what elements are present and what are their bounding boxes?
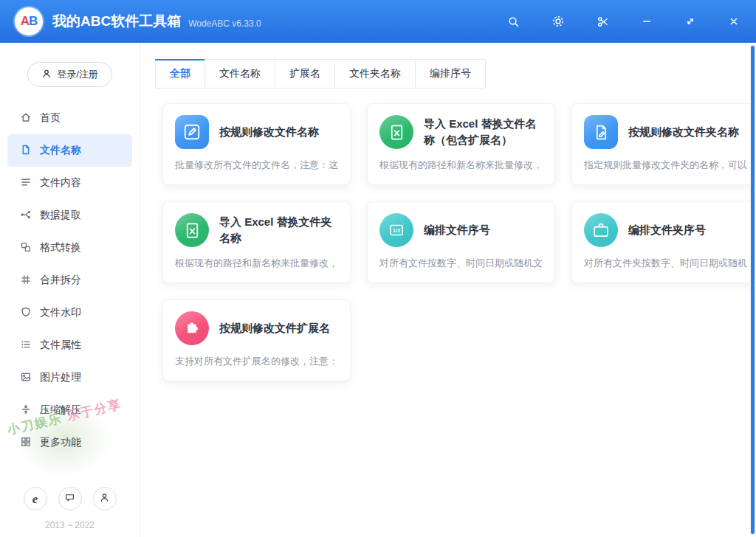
card-number-files[interactable]: 1/2 编排文件序号 对所有文件按数字、时间日期或随机文	[367, 201, 555, 283]
card-title: 按规则修改文件名称	[219, 124, 319, 140]
sidebar-item-label: 数据提取	[40, 209, 81, 222]
tool-cards-grid: 按规则修改文件名称 批量修改所有文件的文件名，注意：这 导入 Excel 替换文…	[162, 103, 724, 381]
close-button[interactable]	[726, 14, 741, 29]
minimize-icon	[641, 15, 653, 27]
card-title: 导入 Excel 替换文件夹名称	[219, 214, 338, 246]
person-icon	[99, 492, 110, 505]
sidebar-item-format-convert[interactable]: 格式转换	[7, 232, 132, 264]
data-extract-icon	[20, 209, 32, 223]
card-description: 对所有文件按数字、时间日期或随机文	[379, 257, 543, 270]
resize-icon	[684, 15, 696, 27]
sidebar-item-file-attributes[interactable]: 文件属性	[7, 329, 132, 361]
card-excel-replace-folder-names[interactable]: 导入 Excel 替换文件夹名称 根据现有的路径和新名称来批量修改，	[162, 201, 351, 283]
sidebar-item-image-process[interactable]: 图片处理	[7, 361, 132, 394]
logo-letter-a: A	[21, 14, 29, 29]
sidebar-bottom-actions: e	[0, 487, 140, 510]
copyright-text: 2013 ~ 2022	[0, 520, 140, 530]
settings-button[interactable]	[550, 13, 566, 30]
app-title: 我的ABC软件工具箱	[52, 12, 181, 31]
card-description: 对所有文件夹按数字、时间日期或随机	[584, 257, 747, 270]
login-register-label: 登录/注册	[57, 68, 98, 81]
file-content-icon	[20, 176, 32, 190]
search-button[interactable]	[506, 14, 521, 30]
titlebar: AB 我的ABC软件工具箱 WodeABC v6.33.0	[0, 0, 756, 43]
card-rename-folders[interactable]: 按规则修改文件夹名称 指定规则批量修改文件夹的名称，可以	[571, 103, 756, 185]
svg-text:1/2: 1/2	[393, 227, 401, 234]
sidebar-item-label: 压缩解压	[40, 403, 81, 417]
sidebar-item-home[interactable]: 首页	[7, 102, 132, 134]
card-title: 导入 Excel 替换文件名称（包含扩展名）	[424, 116, 543, 148]
merge-split-icon	[20, 274, 32, 288]
sidebar-item-label: 更多功能	[40, 436, 81, 449]
home-icon	[20, 111, 32, 125]
sidebar-item-label: 文件名称	[40, 144, 81, 157]
puzzle-icon	[175, 311, 209, 345]
tab-numbering[interactable]: 编排序号	[415, 59, 486, 89]
watermark-icon	[20, 306, 32, 320]
close-icon	[728, 15, 740, 27]
scrollbar-track[interactable]	[750, 44, 755, 536]
user-icon	[41, 69, 52, 81]
browser-link-button[interactable]: e	[24, 487, 47, 510]
compress-icon	[20, 403, 32, 418]
card-description: 根据现有的路径和新名称来批量修改，	[379, 159, 543, 172]
screenshot-button[interactable]	[595, 14, 611, 30]
sidebar-item-data-extract[interactable]: 数据提取	[7, 199, 132, 232]
sidebar-item-merge-split[interactable]: 合并拆分	[7, 264, 132, 297]
card-description: 指定规则批量修改文件夹的名称，可以	[584, 159, 747, 172]
sidebar-item-label: 首页	[40, 111, 61, 125]
more-features-icon	[20, 436, 32, 450]
titlebar-actions	[506, 13, 741, 30]
scissors-icon	[597, 15, 609, 28]
minimize-button[interactable]	[639, 14, 654, 29]
sidebar-item-label: 格式转换	[40, 241, 81, 254]
scrollbar-thumb[interactable]	[751, 46, 755, 534]
main-content: 全部 文件名称 扩展名 文件夹名称 编排序号 按规则修改文件名称 批量修改所有文…	[140, 43, 756, 537]
format-convert-icon	[20, 241, 32, 255]
card-title: 按规则修改文件夹名称	[628, 124, 739, 140]
card-excel-replace-file-names[interactable]: 导入 Excel 替换文件名称（包含扩展名） 根据现有的路径和新名称来批量修改，	[367, 103, 555, 185]
browser-icon: e	[32, 493, 38, 505]
excel-swap-icon	[175, 213, 209, 247]
sidebar-item-label: 文件水印	[40, 306, 81, 319]
tab-extensions[interactable]: 扩展名	[275, 59, 335, 89]
sidebar-item-label: 合并拆分	[40, 274, 81, 287]
file-attributes-icon	[20, 339, 32, 353]
card-description: 批量修改所有文件的文件名，注意：这	[175, 159, 338, 172]
sidebar-item-file-content[interactable]: 文件内容	[7, 167, 132, 199]
maximize-button[interactable]	[683, 14, 698, 29]
edit-folder-icon	[584, 115, 618, 149]
share-button[interactable]	[93, 487, 117, 510]
tab-file-names[interactable]: 文件名称	[205, 59, 275, 89]
card-title: 编排文件序号	[424, 222, 490, 238]
category-tabs: 全部 文件名称 扩展名 文件夹名称 编排序号	[155, 59, 756, 89]
card-description: 支持对所有文件扩展名的修改，注意：	[175, 355, 338, 368]
image-process-icon	[20, 371, 32, 385]
app-version: WodeABC v6.33.0	[188, 18, 261, 29]
sidebar-item-label: 文件内容	[40, 176, 81, 190]
sidebar-item-label: 文件属性	[40, 339, 81, 352]
feedback-button[interactable]	[58, 487, 82, 510]
tab-folder-names[interactable]: 文件夹名称	[334, 59, 416, 89]
file-name-icon	[20, 144, 32, 158]
sidebar-menu: 首页 文件名称 文件内容 数据提取 格式转换 合并拆分	[0, 102, 140, 459]
card-title: 按规则修改文件扩展名	[219, 320, 330, 336]
card-number-folders[interactable]: 编排文件夹序号 对所有文件夹按数字、时间日期或随机	[571, 201, 756, 283]
sidebar: 登录/注册 首页 文件名称 文件内容 数据提取 格式转换	[0, 43, 140, 537]
login-register-button[interactable]: 登录/注册	[27, 62, 112, 87]
sidebar-item-more-features[interactable]: 更多功能	[7, 426, 132, 459]
tab-all[interactable]: 全部	[155, 59, 205, 89]
sidebar-item-compress[interactable]: 压缩解压	[7, 394, 132, 426]
search-icon	[507, 15, 520, 28]
app-logo: AB	[15, 7, 43, 35]
excel-swap-icon	[379, 115, 413, 149]
logo-letter-b: B	[29, 14, 37, 29]
card-title: 编排文件夹序号	[628, 222, 706, 238]
sidebar-item-file-name[interactable]: 文件名称	[7, 134, 132, 167]
chat-icon	[64, 492, 75, 505]
card-description: 根据现有的路径和新名称来批量修改，	[175, 257, 338, 270]
sidebar-item-label: 图片处理	[40, 371, 81, 384]
sidebar-item-watermark[interactable]: 文件水印	[7, 297, 132, 329]
card-rename-files[interactable]: 按规则修改文件名称 批量修改所有文件的文件名，注意：这	[162, 103, 351, 185]
card-change-extensions[interactable]: 按规则修改文件扩展名 支持对所有文件扩展名的修改，注意：	[162, 299, 351, 381]
